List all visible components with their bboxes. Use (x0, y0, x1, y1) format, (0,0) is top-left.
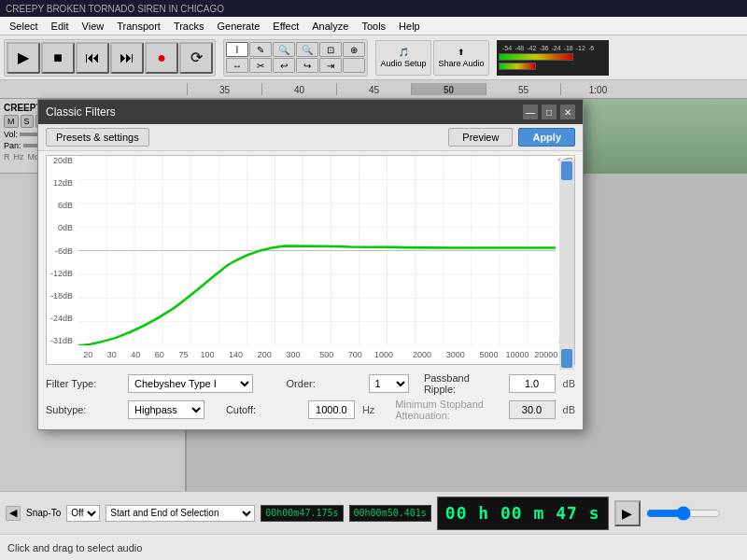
presets-settings-button[interactable]: Presets & settings (46, 128, 149, 147)
tool5[interactable]: ⇥ (319, 58, 342, 73)
transport-controls: ▶ ■ ⏮ ⏭ ● ⟳ (4, 39, 216, 77)
draw-tool[interactable]: ✎ (249, 42, 272, 57)
level-meter-left (499, 53, 573, 61)
record-button[interactable]: ● (145, 42, 178, 74)
preview-button[interactable]: Preview (448, 128, 513, 147)
x-label-300: 300 (286, 350, 300, 359)
main-time-display: 00 h 00 m 47 s (437, 497, 609, 530)
min-stopband-input[interactable] (509, 400, 556, 419)
dialog-titlebar[interactable]: Classic Filters — □ ✕ (38, 100, 583, 124)
filter-type-select[interactable]: Chebyshev Type I Butterworth Chebyshev T… (128, 374, 253, 393)
menu-select[interactable]: Select (4, 20, 44, 33)
menu-tracks[interactable]: Tracks (168, 20, 210, 33)
rewind-button[interactable]: ⏮ (76, 42, 109, 74)
graph-scrollbar[interactable] (559, 160, 574, 370)
order-label: Order: (287, 378, 361, 389)
ruler-mark-45: 45 (336, 83, 411, 95)
menu-edit[interactable]: Edit (46, 20, 75, 33)
forward-button[interactable]: ⏭ (110, 42, 144, 74)
message-bar: Click and drag to select audio (0, 534, 747, 560)
menu-tools[interactable]: Tools (356, 20, 391, 33)
time-start-display: 00h00m47.175s (261, 505, 343, 522)
selection-type-select[interactable]: Start and End of Selection Start and Len… (106, 505, 255, 522)
scrollbar-thumb-top[interactable] (561, 161, 572, 180)
filter-graph: 20dB 12dB 6dB 0dB -6dB -12dB -18dB -24dB… (46, 155, 575, 365)
x-label-5000: 5000 (479, 350, 498, 359)
cutoff-unit: Hz (362, 404, 374, 415)
track-mute[interactable]: M (4, 115, 19, 128)
menu-help[interactable]: Help (393, 20, 426, 33)
menu-view[interactable]: View (77, 20, 110, 33)
zoom-out-btn[interactable]: 🔍 (296, 42, 318, 57)
filter-curve-svg (78, 156, 556, 345)
share-audio-button[interactable]: ⬆ Share Audio (433, 40, 489, 76)
snap-label: Snap-To (26, 508, 61, 518)
tool6[interactable] (343, 58, 365, 73)
redo-btn[interactable]: ↪ (296, 58, 318, 73)
menu-generate[interactable]: Generate (211, 20, 265, 33)
menu-effect[interactable]: Effect (267, 20, 304, 33)
passband-ripple-input[interactable] (509, 374, 556, 393)
audio-setup-button[interactable]: 🎵 Audio Setup (375, 40, 431, 76)
window-title: CREEPY BROKEN TORNADO SIREN IN CHICAGO (6, 4, 224, 14)
x-label-20: 20 (83, 350, 92, 359)
x-label-40: 40 (131, 350, 140, 359)
maximize-button[interactable]: □ (542, 105, 557, 119)
select-tool[interactable]: I (226, 42, 248, 57)
x-label-3000: 3000 (446, 350, 465, 359)
play-button[interactable]: ▶ (7, 42, 40, 74)
ruler-marks: 35 40 45 50 55 1:00 (187, 83, 635, 95)
tools-row2: ↔ ✂ ↩ ↪ ⇥ (226, 58, 365, 73)
track-rate: R (4, 152, 10, 161)
zoom-in-btn[interactable]: 🔍 (273, 42, 295, 57)
cutoff-input[interactable] (308, 400, 355, 419)
menu-bar: Select Edit View Transport Tracks Genera… (0, 17, 747, 35)
menu-analyze[interactable]: Analyze (306, 20, 354, 33)
minimize-button[interactable]: — (523, 105, 538, 119)
x-label-10000: 10000 (506, 350, 529, 359)
apply-button[interactable]: Apply (518, 128, 575, 147)
scrollbar-thumb-bottom[interactable] (561, 349, 572, 368)
undo-btn[interactable]: ↩ (273, 58, 295, 73)
timeline-ruler: 35 40 45 50 55 1:00 (0, 80, 747, 99)
passband-ripple-unit: dB (563, 378, 575, 389)
cutoff-label: Cutoff: (226, 404, 301, 415)
stop-button[interactable]: ■ (41, 42, 75, 74)
y-label-12db: 12dB (53, 178, 73, 188)
track-solo[interactable]: S (21, 115, 34, 128)
ruler-mark-55: 55 (486, 83, 560, 95)
x-axis-labels: 20 30 40 60 75 100 140 200 300 500 700 1… (78, 345, 556, 364)
zoom-sel-btn[interactable]: ⊕ (343, 42, 365, 57)
fit-btn[interactable]: ⊡ (319, 42, 342, 57)
order-select[interactable]: 1234 (369, 374, 409, 393)
filter-type-row: Filter Type: Chebyshev Type I Butterwort… (46, 372, 575, 395)
y-label-20db: 20dB (53, 156, 73, 165)
main-area: CREEPY... ✕ M S ⚙ Vol: Pan: R Hz Mono (0, 99, 747, 491)
filter-controls: Filter Type: Chebyshev Type I Butterwort… (38, 369, 583, 425)
ruler-mark-35: 35 (187, 83, 261, 95)
statusbar-play-button[interactable]: ▶ (614, 500, 641, 526)
loop-button[interactable]: ⟳ (179, 42, 213, 74)
multi-tool[interactable]: ✂ (249, 58, 272, 73)
x-label-30: 30 (107, 350, 117, 359)
menu-transport[interactable]: Transport (111, 20, 166, 33)
envelope-tool[interactable]: ↔ (226, 58, 248, 73)
x-label-200: 200 (258, 350, 272, 359)
share-audio-label: Share Audio (438, 59, 484, 68)
subtype-select[interactable]: Highpass Lowpass Bandpass Bandstop (128, 400, 204, 419)
filter-response-curve (78, 245, 556, 345)
window-buttons: — □ ✕ (523, 105, 575, 119)
level-meter-right (499, 63, 536, 70)
playback-speed-slider[interactable] (646, 506, 721, 521)
y-label-0db: 0dB (58, 223, 73, 232)
y-label-neg12db: -12dB (50, 269, 73, 278)
x-label-75: 75 (178, 350, 188, 359)
scroll-left-btn[interactable]: ◀ (6, 506, 21, 521)
x-label-20000: 20000 (534, 350, 557, 359)
dialog-action-buttons: Preview Apply (448, 128, 575, 147)
close-button[interactable]: ✕ (560, 105, 575, 119)
snap-select[interactable]: Off On (66, 505, 100, 522)
x-label-1000: 1000 (374, 350, 393, 359)
graph-inner[interactable] (78, 156, 556, 345)
min-stopband-label: Minimum Stopband Attenuation: (395, 399, 500, 421)
